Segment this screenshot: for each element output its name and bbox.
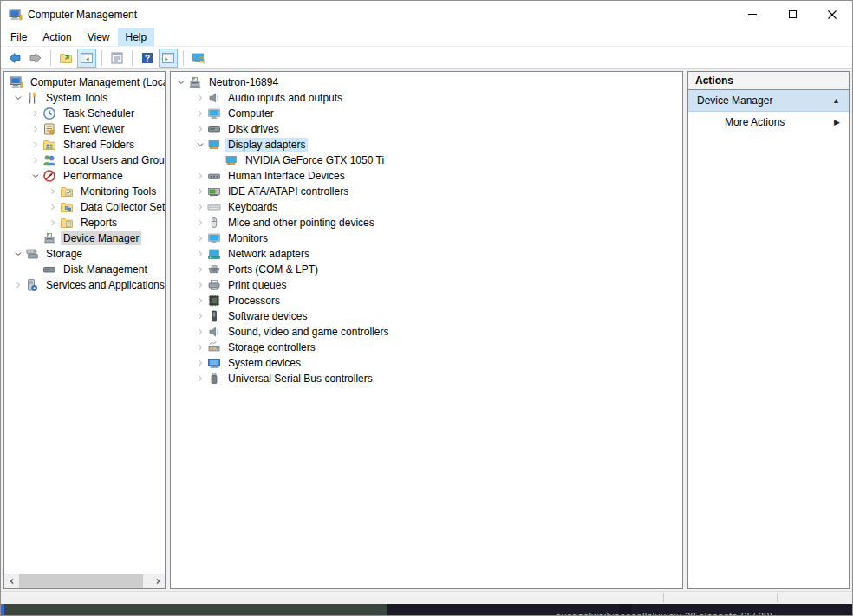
device-item-disk-drives[interactable]: Disk drives [171,121,682,137]
minimize-icon [748,14,757,15]
chevron-down-icon[interactable] [174,75,188,89]
chevron-down-icon[interactable] [29,169,42,183]
tree-item-reports[interactable]: Reports [4,215,165,230]
forward-button[interactable] [26,49,45,68]
device-item-computer[interactable]: Computer [171,106,682,121]
device-item-nvidia-geforce-gtx-1050-ti[interactable]: NVIDIA GeForce GTX 1050 Ti [171,152,682,168]
software-device-icon [207,309,221,323]
maximize-button[interactable] [772,1,812,28]
export-list-button[interactable] [56,49,75,68]
chevron-right-icon[interactable] [193,200,207,214]
window-title: Computer Management [28,9,137,21]
chevron-right-icon[interactable] [193,247,207,261]
chevron-right-icon[interactable] [193,325,207,339]
device-item-ide-ata-atapi-controllers[interactable]: IDE ATA/ATAPI controllers [171,184,682,199]
device-item-sound-video-game-controllers[interactable]: Sound, video and game controllers [171,324,682,340]
menu-action[interactable]: Action [35,28,79,46]
device-tree: Neutron-16894 Audio inputs and outputs C… [171,72,682,386]
close-button[interactable] [812,1,852,28]
tree-item-monitoring-tools[interactable]: Monitoring Tools [4,184,165,199]
device-item-storage-controllers[interactable]: Storage controllers [171,340,682,355]
device-item-print-queues[interactable]: Print queues [171,277,682,293]
chevron-right-icon[interactable] [193,278,207,292]
device-tree-pane: Neutron-16894 Audio inputs and outputs C… [170,71,683,589]
chevron-right-icon[interactable] [11,278,25,292]
computer-management-app-icon [9,8,23,22]
tree-item-computer-management[interactable]: Computer Management (Local) [4,75,165,90]
chevron-right-icon[interactable] [193,107,207,120]
device-item-human-interface-devices[interactable]: Human Interface Devices [171,168,682,184]
tree-item-performance[interactable]: Performance [4,168,165,184]
device-item-usb-controllers[interactable]: Universal Serial Bus controllers [171,371,682,386]
chevron-right-icon[interactable] [193,263,207,276]
scroll-left-button[interactable] [4,574,19,588]
chevron-right-icon[interactable] [29,107,42,120]
chevron-right-icon[interactable] [46,185,60,198]
tree-item-data-collector-sets[interactable]: Data Collector Sets [4,199,165,215]
taskbar-sliver[interactable]: auenaelwailueeoaelleluuieiu 20 eleeaefa … [1,604,852,615]
chevron-right-icon[interactable] [193,169,207,183]
tree-item-shared-folders[interactable]: Shared Folders [4,137,165,152]
actions-item-more-actions[interactable]: More Actions ▶ [688,112,849,133]
chevron-right-icon[interactable] [29,153,42,167]
device-item-monitors[interactable]: Monitors [171,230,682,246]
tree-item-storage[interactable]: Storage [4,246,165,262]
tree-item-task-scheduler[interactable]: Task Scheduler [4,106,165,121]
chevron-right-icon[interactable] [193,231,207,245]
chevron-right-icon[interactable] [193,216,207,230]
device-item-system-devices[interactable]: System devices [171,355,682,371]
chevron-right-icon[interactable] [193,294,207,308]
export-folder-icon [59,51,73,65]
device-item-software-devices[interactable]: Software devices [171,308,682,324]
chevron-right-icon[interactable] [193,122,207,136]
tree-item-event-viewer[interactable]: Event Viewer [4,121,165,137]
device-item-processors[interactable]: Processors [171,293,682,308]
menu-view[interactable]: View [80,28,118,46]
help-button[interactable] [138,49,157,68]
chevron-right-icon[interactable] [193,340,207,354]
chevron-right-icon[interactable] [29,122,42,136]
tree-item-disk-management[interactable]: Disk Management [4,262,165,277]
show-action-pane-button[interactable] [159,49,178,68]
chevron-right-icon[interactable] [46,200,60,214]
menu-help[interactable]: Help [118,28,155,46]
actions-pane: Actions Device Manager ▲ More Actions ▶ [687,71,850,589]
chevron-right-icon[interactable] [193,91,207,105]
chevron-right-icon[interactable] [193,185,207,198]
menu-file[interactable]: File [3,28,35,46]
chevron-down-icon[interactable] [11,247,25,261]
properties-button[interactable] [107,49,127,68]
chevron-right-icon[interactable] [46,216,60,230]
tree-item-services-and-applications[interactable]: Services and Applications [4,277,165,293]
forward-icon [29,51,42,65]
horizontal-scrollbar[interactable] [4,574,165,588]
device-item-mice-and-pointing-devices[interactable]: Mice and other pointing devices [171,215,682,230]
show-console-tree-button[interactable] [77,49,96,68]
chevron-right-icon[interactable] [193,309,207,323]
device-item-network-adapters[interactable]: Network adapters [171,246,682,262]
back-button[interactable] [5,49,24,68]
chevron-left-icon [7,576,17,587]
expander-spacer [29,231,42,245]
collapse-triangle-icon[interactable]: ▲ [832,96,840,105]
minimize-button[interactable] [733,1,772,28]
system-device-icon [207,356,221,370]
chevron-down-icon[interactable] [193,138,207,152]
scroll-right-button[interactable] [150,574,165,588]
chevron-right-icon[interactable] [193,372,207,386]
scrollbar-track[interactable] [19,574,150,588]
scrollbar-thumb[interactable] [19,574,143,588]
device-item-audio-inputs-outputs[interactable]: Audio inputs and outputs [171,90,682,106]
device-item-keyboards[interactable]: Keyboards [171,199,682,215]
chevron-right-icon[interactable] [29,138,42,152]
device-item-display-adapters[interactable]: Display adapters [171,137,682,152]
tree-item-local-users-and-groups[interactable]: Local Users and Groups [4,152,165,168]
tree-item-system-tools[interactable]: System Tools [4,90,165,106]
chevron-down-icon[interactable] [11,91,25,105]
device-item-ports-com-lpt[interactable]: Ports (COM & LPT) [171,262,682,277]
tree-item-device-manager[interactable]: Device Manager [4,230,165,246]
device-item-computer-root[interactable]: Neutron-16894 [171,75,682,90]
actions-group-device-manager[interactable]: Device Manager ▲ [688,90,849,112]
chevron-right-icon[interactable] [193,356,207,370]
console-screen-button[interactable] [189,49,208,68]
